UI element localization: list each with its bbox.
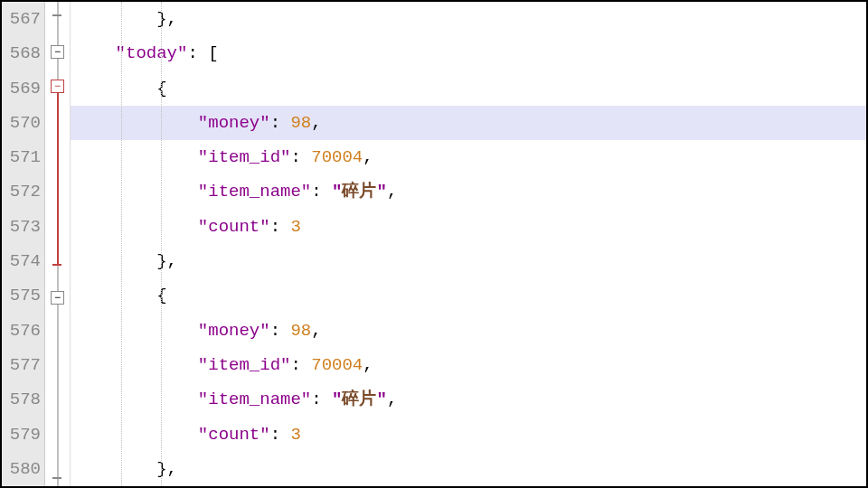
code-line[interactable]: "today": [ (71, 36, 866, 70)
code-line[interactable]: "item_name": "碎片", (71, 382, 866, 417)
code-line[interactable]: { (71, 278, 866, 313)
code-line[interactable]: { (71, 71, 866, 106)
line-number: 576 (2, 314, 44, 348)
code-line[interactable]: "item_name": "碎片", (71, 174, 866, 209)
code-line[interactable]: "item_id": 70004, (71, 348, 866, 382)
fold-toggle-icon[interactable]: − (51, 80, 64, 93)
line-number: 568 (2, 36, 44, 70)
line-number: 577 (2, 348, 44, 382)
line-number: 575 (2, 278, 44, 313)
fold-toggle-icon[interactable]: − (51, 291, 64, 305)
code-area[interactable]: }, "today": [ { "money": 98, "item_id": … (71, 2, 866, 486)
code-line[interactable]: "money": 98, (71, 314, 866, 348)
line-number: 580 (2, 452, 44, 486)
line-number: 579 (2, 418, 44, 452)
line-number: 573 (2, 210, 44, 244)
code-line[interactable]: }, (71, 452, 866, 486)
fold-toggle-icon[interactable]: − (51, 45, 64, 59)
line-number: 574 (2, 244, 44, 278)
line-number: 572 (2, 174, 44, 209)
code-line[interactable]: "count": 3 (71, 418, 866, 452)
line-number: 570 (2, 106, 44, 140)
fold-gutter: − − − (45, 2, 71, 486)
code-line[interactable]: "count": 3 (71, 210, 866, 244)
code-line[interactable]: }, (71, 244, 866, 278)
code-line[interactable]: }, (71, 2, 866, 36)
line-number: 567 (2, 2, 44, 36)
code-line-current[interactable]: "money": 98, (71, 106, 866, 140)
line-number-gutter: 567 568 569 570 571 572 573 574 575 576 … (2, 2, 45, 486)
line-number: 578 (2, 382, 44, 417)
line-number: 569 (2, 71, 44, 106)
code-line[interactable]: "item_id": 70004, (71, 140, 866, 174)
code-editor[interactable]: 567 568 569 570 571 572 573 574 575 576 … (2, 2, 866, 486)
line-number: 571 (2, 140, 44, 174)
